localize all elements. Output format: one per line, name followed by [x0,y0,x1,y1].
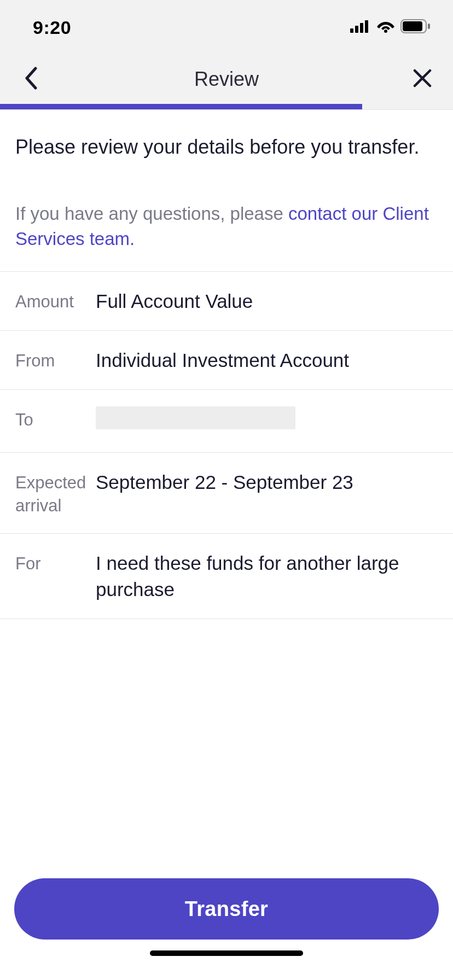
status-icons [350,19,431,36]
row-for: For I need these funds for another large… [0,534,453,619]
svg-rect-3 [365,20,368,33]
svg-rect-2 [360,23,363,33]
intro-sub-prefix: If you have any questions, please [15,203,288,224]
to-label: To [15,406,96,431]
redacted-placeholder [96,406,295,429]
for-label: For [15,550,96,575]
to-value [96,406,438,435]
svg-rect-1 [355,26,358,33]
wifi-icon [376,20,395,35]
intro-heading: Please review your details before you tr… [15,134,438,161]
progress-bar [0,104,453,109]
from-label: From [15,347,96,372]
svg-rect-0 [350,28,353,33]
details-list: Amount Full Account Value From Individua… [0,271,453,619]
chevron-left-icon [24,67,38,92]
amount-value: Full Account Value [96,288,438,314]
expected-value: September 22 - September 23 [96,469,438,495]
intro-subtext: If you have any questions, please contac… [15,201,438,252]
for-value: I need these funds for another large pur… [96,550,438,602]
progress-fill [0,104,362,109]
amount-label: Amount [15,288,96,313]
page-title: Review [0,68,453,91]
svg-rect-7 [428,24,430,29]
footer: Transfer [0,878,453,980]
intro-section: Please review your details before you tr… [0,110,453,271]
home-indicator[interactable] [150,950,303,956]
expected-label: Expected arrival [15,469,96,517]
back-button[interactable] [19,67,43,91]
close-icon [412,68,433,91]
nav-bar: Review [0,55,453,104]
cellular-icon [350,20,371,35]
row-from: From Individual Investment Account [0,331,453,390]
transfer-button[interactable]: Transfer [14,878,439,940]
status-time: 9:20 [33,17,71,38]
row-amount: Amount Full Account Value [0,272,453,331]
close-button[interactable] [410,67,434,91]
from-value: Individual Investment Account [96,347,438,373]
svg-rect-6 [403,21,422,31]
svg-point-4 [384,30,387,33]
status-bar: 9:20 [0,0,453,55]
row-to: To [0,390,453,452]
battery-icon [400,19,431,36]
row-expected: Expected arrival September 22 - Septembe… [0,453,453,534]
